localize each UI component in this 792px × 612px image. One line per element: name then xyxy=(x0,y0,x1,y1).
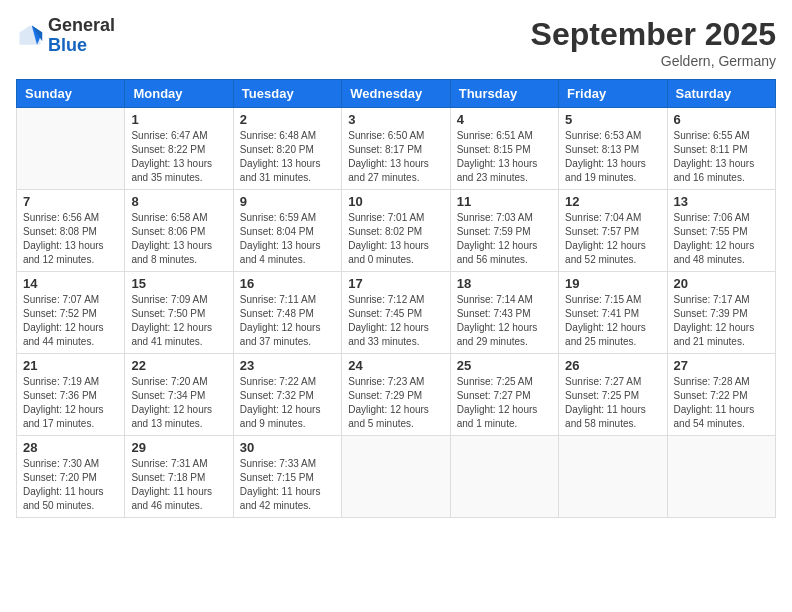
day-info: Sunrise: 6:55 AM Sunset: 8:11 PM Dayligh… xyxy=(674,129,769,185)
weekday-header-sunday: Sunday xyxy=(17,80,125,108)
calendar-cell: 25Sunrise: 7:25 AM Sunset: 7:27 PM Dayli… xyxy=(450,354,558,436)
calendar-cell: 7Sunrise: 6:56 AM Sunset: 8:08 PM Daylig… xyxy=(17,190,125,272)
day-number: 15 xyxy=(131,276,226,291)
day-number: 28 xyxy=(23,440,118,455)
calendar-cell: 21Sunrise: 7:19 AM Sunset: 7:36 PM Dayli… xyxy=(17,354,125,436)
day-info: Sunrise: 6:47 AM Sunset: 8:22 PM Dayligh… xyxy=(131,129,226,185)
day-info: Sunrise: 7:04 AM Sunset: 7:57 PM Dayligh… xyxy=(565,211,660,267)
day-info: Sunrise: 7:11 AM Sunset: 7:48 PM Dayligh… xyxy=(240,293,335,349)
day-info: Sunrise: 7:22 AM Sunset: 7:32 PM Dayligh… xyxy=(240,375,335,431)
calendar-cell: 2Sunrise: 6:48 AM Sunset: 8:20 PM Daylig… xyxy=(233,108,341,190)
day-info: Sunrise: 7:17 AM Sunset: 7:39 PM Dayligh… xyxy=(674,293,769,349)
day-info: Sunrise: 7:07 AM Sunset: 7:52 PM Dayligh… xyxy=(23,293,118,349)
day-number: 1 xyxy=(131,112,226,127)
weekday-header-row: SundayMondayTuesdayWednesdayThursdayFrid… xyxy=(17,80,776,108)
day-info: Sunrise: 7:20 AM Sunset: 7:34 PM Dayligh… xyxy=(131,375,226,431)
calendar-cell: 17Sunrise: 7:12 AM Sunset: 7:45 PM Dayli… xyxy=(342,272,450,354)
day-info: Sunrise: 6:58 AM Sunset: 8:06 PM Dayligh… xyxy=(131,211,226,267)
day-number: 16 xyxy=(240,276,335,291)
month-title: September 2025 xyxy=(531,16,776,53)
day-number: 26 xyxy=(565,358,660,373)
week-row-3: 21Sunrise: 7:19 AM Sunset: 7:36 PM Dayli… xyxy=(17,354,776,436)
calendar-cell: 28Sunrise: 7:30 AM Sunset: 7:20 PM Dayli… xyxy=(17,436,125,518)
calendar-cell: 8Sunrise: 6:58 AM Sunset: 8:06 PM Daylig… xyxy=(125,190,233,272)
day-number: 6 xyxy=(674,112,769,127)
calendar-cell: 16Sunrise: 7:11 AM Sunset: 7:48 PM Dayli… xyxy=(233,272,341,354)
day-info: Sunrise: 7:23 AM Sunset: 7:29 PM Dayligh… xyxy=(348,375,443,431)
calendar-cell: 4Sunrise: 6:51 AM Sunset: 8:15 PM Daylig… xyxy=(450,108,558,190)
weekday-header-friday: Friday xyxy=(559,80,667,108)
day-info: Sunrise: 7:30 AM Sunset: 7:20 PM Dayligh… xyxy=(23,457,118,513)
logo-icon xyxy=(16,22,44,50)
day-number: 29 xyxy=(131,440,226,455)
day-number: 8 xyxy=(131,194,226,209)
calendar-cell: 30Sunrise: 7:33 AM Sunset: 7:15 PM Dayli… xyxy=(233,436,341,518)
week-row-4: 28Sunrise: 7:30 AM Sunset: 7:20 PM Dayli… xyxy=(17,436,776,518)
day-number: 17 xyxy=(348,276,443,291)
day-number: 27 xyxy=(674,358,769,373)
weekday-header-thursday: Thursday xyxy=(450,80,558,108)
day-info: Sunrise: 6:48 AM Sunset: 8:20 PM Dayligh… xyxy=(240,129,335,185)
day-info: Sunrise: 6:50 AM Sunset: 8:17 PM Dayligh… xyxy=(348,129,443,185)
week-row-2: 14Sunrise: 7:07 AM Sunset: 7:52 PM Dayli… xyxy=(17,272,776,354)
calendar-cell: 10Sunrise: 7:01 AM Sunset: 8:02 PM Dayli… xyxy=(342,190,450,272)
day-number: 3 xyxy=(348,112,443,127)
calendar-cell: 14Sunrise: 7:07 AM Sunset: 7:52 PM Dayli… xyxy=(17,272,125,354)
day-info: Sunrise: 7:25 AM Sunset: 7:27 PM Dayligh… xyxy=(457,375,552,431)
calendar-cell: 20Sunrise: 7:17 AM Sunset: 7:39 PM Dayli… xyxy=(667,272,775,354)
calendar: SundayMondayTuesdayWednesdayThursdayFrid… xyxy=(16,79,776,518)
location-title: Geldern, Germany xyxy=(531,53,776,69)
day-number: 2 xyxy=(240,112,335,127)
day-info: Sunrise: 7:19 AM Sunset: 7:36 PM Dayligh… xyxy=(23,375,118,431)
day-number: 22 xyxy=(131,358,226,373)
weekday-header-wednesday: Wednesday xyxy=(342,80,450,108)
calendar-cell: 13Sunrise: 7:06 AM Sunset: 7:55 PM Dayli… xyxy=(667,190,775,272)
logo: General Blue xyxy=(16,16,115,56)
calendar-cell: 12Sunrise: 7:04 AM Sunset: 7:57 PM Dayli… xyxy=(559,190,667,272)
logo-text: General Blue xyxy=(48,16,115,56)
calendar-cell: 15Sunrise: 7:09 AM Sunset: 7:50 PM Dayli… xyxy=(125,272,233,354)
calendar-cell: 6Sunrise: 6:55 AM Sunset: 8:11 PM Daylig… xyxy=(667,108,775,190)
week-row-1: 7Sunrise: 6:56 AM Sunset: 8:08 PM Daylig… xyxy=(17,190,776,272)
calendar-cell: 1Sunrise: 6:47 AM Sunset: 8:22 PM Daylig… xyxy=(125,108,233,190)
calendar-cell: 9Sunrise: 6:59 AM Sunset: 8:04 PM Daylig… xyxy=(233,190,341,272)
day-number: 18 xyxy=(457,276,552,291)
day-info: Sunrise: 7:12 AM Sunset: 7:45 PM Dayligh… xyxy=(348,293,443,349)
day-info: Sunrise: 6:59 AM Sunset: 8:04 PM Dayligh… xyxy=(240,211,335,267)
day-number: 14 xyxy=(23,276,118,291)
day-number: 9 xyxy=(240,194,335,209)
day-info: Sunrise: 7:33 AM Sunset: 7:15 PM Dayligh… xyxy=(240,457,335,513)
calendar-cell: 5Sunrise: 6:53 AM Sunset: 8:13 PM Daylig… xyxy=(559,108,667,190)
day-info: Sunrise: 7:06 AM Sunset: 7:55 PM Dayligh… xyxy=(674,211,769,267)
day-number: 13 xyxy=(674,194,769,209)
weekday-header-tuesday: Tuesday xyxy=(233,80,341,108)
weekday-header-saturday: Saturday xyxy=(667,80,775,108)
day-number: 24 xyxy=(348,358,443,373)
day-number: 23 xyxy=(240,358,335,373)
day-number: 10 xyxy=(348,194,443,209)
day-number: 4 xyxy=(457,112,552,127)
day-number: 19 xyxy=(565,276,660,291)
day-info: Sunrise: 7:28 AM Sunset: 7:22 PM Dayligh… xyxy=(674,375,769,431)
day-info: Sunrise: 7:27 AM Sunset: 7:25 PM Dayligh… xyxy=(565,375,660,431)
day-number: 12 xyxy=(565,194,660,209)
day-info: Sunrise: 7:14 AM Sunset: 7:43 PM Dayligh… xyxy=(457,293,552,349)
week-row-0: 1Sunrise: 6:47 AM Sunset: 8:22 PM Daylig… xyxy=(17,108,776,190)
calendar-cell: 29Sunrise: 7:31 AM Sunset: 7:18 PM Dayli… xyxy=(125,436,233,518)
calendar-cell xyxy=(17,108,125,190)
calendar-cell xyxy=(450,436,558,518)
calendar-cell: 3Sunrise: 6:50 AM Sunset: 8:17 PM Daylig… xyxy=(342,108,450,190)
calendar-cell: 26Sunrise: 7:27 AM Sunset: 7:25 PM Dayli… xyxy=(559,354,667,436)
day-info: Sunrise: 7:15 AM Sunset: 7:41 PM Dayligh… xyxy=(565,293,660,349)
day-info: Sunrise: 7:03 AM Sunset: 7:59 PM Dayligh… xyxy=(457,211,552,267)
calendar-cell: 18Sunrise: 7:14 AM Sunset: 7:43 PM Dayli… xyxy=(450,272,558,354)
calendar-cell: 19Sunrise: 7:15 AM Sunset: 7:41 PM Dayli… xyxy=(559,272,667,354)
calendar-cell: 27Sunrise: 7:28 AM Sunset: 7:22 PM Dayli… xyxy=(667,354,775,436)
calendar-cell xyxy=(559,436,667,518)
day-number: 7 xyxy=(23,194,118,209)
calendar-cell: 22Sunrise: 7:20 AM Sunset: 7:34 PM Dayli… xyxy=(125,354,233,436)
calendar-cell: 24Sunrise: 7:23 AM Sunset: 7:29 PM Dayli… xyxy=(342,354,450,436)
calendar-cell: 11Sunrise: 7:03 AM Sunset: 7:59 PM Dayli… xyxy=(450,190,558,272)
day-number: 5 xyxy=(565,112,660,127)
title-area: September 2025 Geldern, Germany xyxy=(531,16,776,69)
